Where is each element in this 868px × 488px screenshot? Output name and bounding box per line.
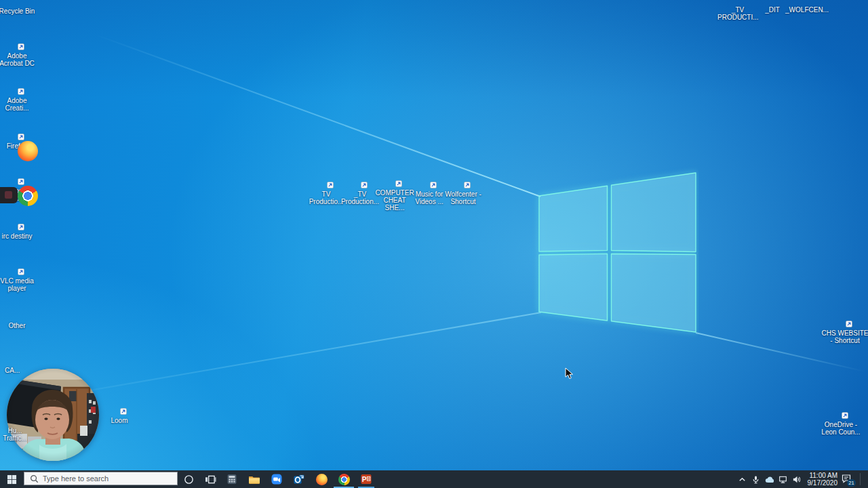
notification-count-badge: 21 [847,479,856,487]
system-tray: 11:00 AM 9/17/2020 21 [737,470,866,488]
desktop-icon-chs-website[interactable]: CHS WEBSITE - Shortcut [821,327,868,344]
desktop-icon-wolfcenter[interactable]: Wolfcenter - Shortcut [443,188,484,205]
action-center-button[interactable]: 21 [841,473,854,485]
webcam-video [7,369,99,461]
tray-separator [860,473,861,485]
taskbar: 11:00 AM 9/17/2020 21 [0,470,868,488]
outlook-icon [294,474,304,485]
firefox-icon [316,474,328,485]
screen-recorder-widget[interactable] [0,187,18,203]
shortcut-arrow-icon [361,182,368,188]
taskbar-file-explorer[interactable] [248,470,260,488]
start-button[interactable] [1,470,22,488]
shortcut-arrow-icon [18,178,24,185]
desktop-icon-irc-destiny[interactable]: irc destiny [0,230,37,240]
desktop-icon-onedrive[interactable]: OneDrive - Leon Coun... [821,419,861,436]
desktop-icon-vlc[interactable]: VLC media player [0,275,37,292]
desktop-icon-label: OneDrive - Leon Coun... [821,421,861,436]
desktop-icon-label: irc destiny [0,232,37,240]
desktop-icon-label: Recycle Bin [0,7,37,15]
chrome-icon [338,474,350,485]
tray-microphone-icon[interactable] [751,474,761,485]
desktop-icon-wolfcen[interactable]: _WOLFCEN... [787,4,827,14]
taskbar-chrome[interactable] [338,470,350,488]
desktop-icon-label: Wolfcenter - Shortcut [443,190,484,205]
shortcut-arrow-icon [842,412,848,419]
clock-date: 9/17/2020 [805,479,837,487]
desktop-icon-ca-folder[interactable]: CA... [0,365,37,374]
shortcut-arrow-icon [120,408,127,415]
cortana-button[interactable] [180,470,197,488]
file-explorer-icon [248,474,260,485]
taskbar-search[interactable] [24,472,178,485]
powerpoint-icon [361,474,372,485]
desktop-icon-recycle-bin[interactable]: Recycle Bin [0,5,37,15]
calculator-icon [226,474,237,485]
task-view-icon [205,474,216,485]
shortcut-arrow-icon [327,182,334,188]
tray-volume-icon[interactable] [791,474,802,485]
shortcut-arrow-icon [430,182,437,188]
desktop-icon-label: Other [0,322,37,329]
desktop-icon-label: VLC media player [0,277,37,292]
desktop-icon-label: CHS WEBSITE - Shortcut [821,329,868,344]
clock-time: 11:00 AM [805,472,837,479]
taskbar-app-icons [226,470,372,488]
windows-desktop: PDF W [0,0,868,488]
search-icon [30,474,39,483]
shortcut-arrow-icon [846,321,852,327]
taskbar-clock[interactable]: 11:00 AM 9/17/2020 [805,472,837,487]
desktop-icon-label: Loom [99,417,140,424]
chrome-icon [18,186,38,206]
desktop-icon-label: _WOLFCEN... [785,6,829,14]
zoom-icon [271,474,282,485]
firefox-icon [18,141,38,161]
shortcut-arrow-icon [18,134,24,140]
stop-record-icon [5,191,12,199]
tray-onedrive-icon[interactable] [764,474,774,485]
shortcut-arrow-icon [18,268,24,275]
taskbar-firefox[interactable] [315,470,328,488]
desktop-icon-hidden[interactable]: Hu... Traffic... [0,425,35,442]
desktop-icon-loom[interactable]: Loom [99,415,140,424]
cortana-icon [184,474,194,485]
task-view-button[interactable] [202,470,218,488]
webcam-overlay[interactable] [7,369,99,461]
shortcut-arrow-icon [18,88,24,95]
desktop-icon-label: Hu... Traffic... [0,427,35,442]
desktop-icon-label: Adobe Creati... [0,97,37,112]
windows-start-icon [7,474,17,485]
shortcut-arrow-icon [464,182,471,188]
search-input[interactable] [43,474,158,483]
desktop-icon-other-folder[interactable]: Other [0,320,37,329]
taskbar-calculator[interactable] [226,470,238,488]
desktop-icon-adobe-creative-cloud[interactable]: Adobe Creati... [0,95,37,112]
shortcut-arrow-icon [395,180,402,187]
tray-network-icon[interactable] [778,474,788,485]
desktop-icon-firefox[interactable]: Firefox [0,140,37,150]
taskbar-outlook[interactable] [293,470,305,488]
taskbar-zoom[interactable] [271,470,283,488]
shortcut-arrow-icon [18,43,24,50]
taskbar-powerpoint[interactable] [360,470,372,488]
desktop-icon-adobe-acrobat[interactable]: Adobe Acrobat DC [0,50,37,67]
shortcut-arrow-icon [18,224,24,230]
show-desktop-button[interactable] [864,470,866,488]
tray-chevron-up-icon[interactable] [737,474,747,485]
desktop-icon-label: Adobe Acrobat DC [0,52,37,67]
